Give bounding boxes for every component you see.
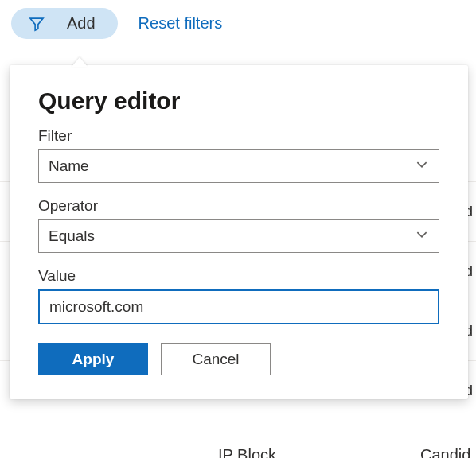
value-field-label: Value [38, 267, 439, 285]
operator-select-value: Equals [49, 227, 95, 245]
add-filter-button[interactable]: Add [11, 8, 118, 39]
button-row: Apply Cancel [38, 344, 439, 375]
operator-select[interactable]: Equals [38, 219, 439, 253]
add-filter-label: Add [67, 14, 96, 33]
popover-title: Query editor [38, 87, 439, 114]
filter-select-value: Name [49, 157, 89, 175]
cancel-button[interactable]: Cancel [161, 344, 271, 375]
chevron-down-icon [415, 157, 429, 176]
footer-text-candid: Candid [420, 446, 470, 459]
filter-toolbar: Add Reset filters [0, 0, 476, 47]
apply-button[interactable]: Apply [38, 344, 148, 375]
filter-select[interactable]: Name [38, 149, 439, 183]
popover-arrow [72, 57, 88, 67]
filter-field-label: Filter [38, 127, 439, 145]
value-input[interactable] [38, 289, 439, 324]
filter-icon [29, 16, 45, 32]
reset-filters-link[interactable]: Reset filters [139, 14, 223, 33]
operator-field-label: Operator [38, 197, 439, 215]
footer-text-ipblock: IP Block [218, 446, 276, 459]
query-editor-popover: Query editor Filter Name Operator Equals… [10, 65, 468, 399]
chevron-down-icon [415, 227, 429, 246]
